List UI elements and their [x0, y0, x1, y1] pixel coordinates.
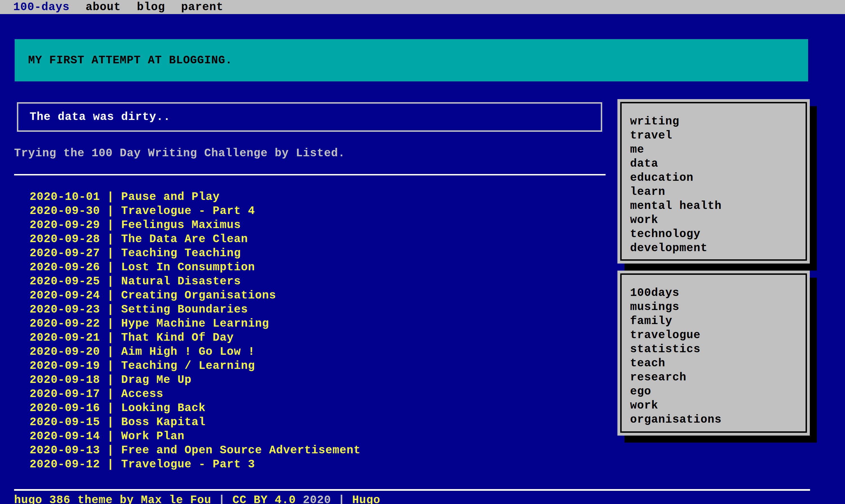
- tag-row: ego: [630, 384, 806, 399]
- post-date: 2020-09-13: [30, 444, 100, 457]
- tag-link-100days[interactable]: 100days: [630, 287, 680, 299]
- post-separator: |: [100, 289, 121, 302]
- post-date: 2020-10-01: [30, 191, 100, 203]
- tag-link-organisations[interactable]: organisations: [630, 413, 722, 426]
- tag-row: statistics: [630, 342, 806, 357]
- post-title-link[interactable]: Teaching Teaching: [121, 247, 241, 259]
- post-separator: |: [100, 191, 121, 203]
- tag-row: research: [630, 371, 806, 384]
- sidebar-tags-inner: 100daysmusingsfamilytraveloguestatistics…: [620, 273, 807, 433]
- post-date: 2020-09-27: [30, 247, 100, 259]
- category-link-writing[interactable]: writing: [630, 115, 680, 128]
- post-date: 2020-09-17: [30, 388, 100, 400]
- post-title-link[interactable]: Pause and Play: [121, 191, 220, 203]
- quote-text: The data was dirty..: [30, 111, 171, 123]
- menu-item-about[interactable]: about: [86, 1, 121, 14]
- footer-segment-4[interactable]: Hugo: [352, 494, 380, 504]
- tag-link-travelogue[interactable]: travelogue: [630, 329, 701, 342]
- tag-row: travelogue: [630, 328, 806, 342]
- post-separator: |: [100, 374, 121, 386]
- post-title-link[interactable]: Hype Machine Learning: [121, 317, 269, 330]
- post-title-link[interactable]: That Kind Of Day: [121, 331, 234, 344]
- post-title-link[interactable]: Looking Back: [121, 402, 206, 414]
- post-row: 2020-10-01 | Pause and Play: [30, 190, 617, 204]
- post-title-link[interactable]: Access: [121, 388, 163, 400]
- post-separator: |: [100, 303, 121, 316]
- post-row: 2020-09-17 | Access: [30, 387, 617, 401]
- post-title-link[interactable]: The Data Are Clean: [121, 233, 248, 246]
- post-title-link[interactable]: Setting Boundaries: [121, 303, 248, 316]
- banner-title: MY FIRST ATTEMPT AT BLOGGING.: [28, 54, 232, 67]
- post-title-link[interactable]: Creating Organisations: [121, 289, 276, 302]
- category-link-me[interactable]: me: [630, 143, 644, 156]
- category-row: mental health: [630, 199, 806, 213]
- tag-row: musings: [630, 300, 806, 314]
- post-date: 2020-09-20: [30, 345, 100, 358]
- post-title-link[interactable]: Free and Open Source Advertisement: [121, 444, 360, 457]
- category-row: travel: [630, 129, 806, 143]
- post-title-link[interactable]: Travelogue - Part 3: [121, 458, 255, 471]
- post-list: 2020-10-01 | Pause and Play2020-09-30 | …: [14, 190, 617, 472]
- tag-link-family[interactable]: family: [630, 315, 672, 327]
- tag-link-work[interactable]: work: [630, 399, 658, 412]
- tag-link-statistics[interactable]: statistics: [630, 343, 701, 356]
- category-link-education[interactable]: education: [630, 172, 693, 184]
- post-title-link[interactable]: Drag Me Up: [121, 374, 192, 386]
- post-row: 2020-09-30 | Travelogue - Part 4: [30, 204, 617, 218]
- tag-row: teach: [630, 357, 806, 371]
- post-separator: |: [100, 430, 121, 443]
- category-link-mental-health[interactable]: mental health: [630, 200, 722, 212]
- post-title-link[interactable]: Boss Kapital: [121, 416, 206, 429]
- post-row: 2020-09-13 | Free and Open Source Advert…: [30, 444, 617, 457]
- footer-segment-2[interactable]: CC BY 4.0: [232, 494, 296, 504]
- category-link-learn[interactable]: learn: [630, 185, 665, 198]
- post-separator: |: [100, 402, 121, 414]
- post-separator: |: [100, 331, 121, 344]
- footer: hugo 386 theme by Max le Fou | CC BY 4.0…: [14, 493, 380, 504]
- footer-segment-0[interactable]: hugo 386 theme by Max le Fou: [14, 494, 211, 504]
- menu-item-parent[interactable]: parent: [181, 1, 223, 14]
- post-date: 2020-09-19: [30, 360, 100, 372]
- post-date: 2020-09-26: [30, 261, 100, 274]
- post-separator: |: [100, 247, 121, 259]
- post-row: 2020-09-27 | Teaching Teaching: [30, 246, 617, 260]
- post-title-link[interactable]: Lost In Consumption: [121, 261, 255, 274]
- tag-link-musings[interactable]: musings: [630, 301, 680, 313]
- top-menubar: 100-days aboutblogparent: [0, 0, 845, 14]
- post-date: 2020-09-18: [30, 374, 100, 386]
- post-date: 2020-09-30: [30, 205, 100, 217]
- post-row: 2020-09-12 | Travelogue - Part 3: [30, 457, 617, 472]
- tag-link-research[interactable]: research: [630, 371, 686, 384]
- post-separator: |: [100, 275, 121, 288]
- post-row: 2020-09-14 | Work Plan: [30, 429, 617, 444]
- footer-segment-1: |: [211, 494, 232, 504]
- tag-link-ego[interactable]: ego: [630, 385, 651, 398]
- post-date: 2020-09-14: [30, 430, 100, 443]
- post-title-link[interactable]: Teaching / Learning: [121, 360, 255, 372]
- sidebar-tags-box: 100daysmusingsfamilytraveloguestatistics…: [617, 271, 810, 436]
- tag-link-teach[interactable]: teach: [630, 357, 665, 370]
- post-row: 2020-09-29 | Feelingus Maximus: [30, 218, 617, 232]
- post-title-link[interactable]: Natural Disasters: [121, 275, 241, 288]
- post-title-link[interactable]: Feelingus Maximus: [121, 219, 241, 231]
- category-link-development[interactable]: development: [630, 242, 707, 254]
- menu-item-blog[interactable]: blog: [137, 1, 165, 14]
- footer-divider: [14, 489, 810, 491]
- category-link-data[interactable]: data: [630, 157, 658, 170]
- category-link-technology[interactable]: technology: [630, 228, 701, 240]
- post-date: 2020-09-28: [30, 233, 100, 246]
- category-link-travel[interactable]: travel: [630, 129, 672, 142]
- post-date: 2020-09-22: [30, 317, 100, 330]
- site-brand-link[interactable]: 100-days: [13, 1, 70, 14]
- post-row: 2020-09-15 | Boss Kapital: [30, 415, 617, 429]
- category-link-work[interactable]: work: [630, 214, 658, 227]
- post-title-link[interactable]: Travelogue - Part 4: [121, 205, 255, 217]
- post-row: 2020-09-16 | Looking Back: [30, 401, 617, 415]
- post-separator: |: [100, 261, 121, 274]
- post-title-link[interactable]: Aim High ! Go Low !: [121, 345, 255, 358]
- post-separator: |: [100, 205, 121, 217]
- footer-segment-3: 2020 |: [296, 494, 352, 504]
- post-title-link[interactable]: Work Plan: [121, 430, 184, 443]
- sidebar-categories-box: writingtravelmedataeducationlearnmental …: [617, 99, 810, 264]
- post-date: 2020-09-21: [30, 331, 100, 344]
